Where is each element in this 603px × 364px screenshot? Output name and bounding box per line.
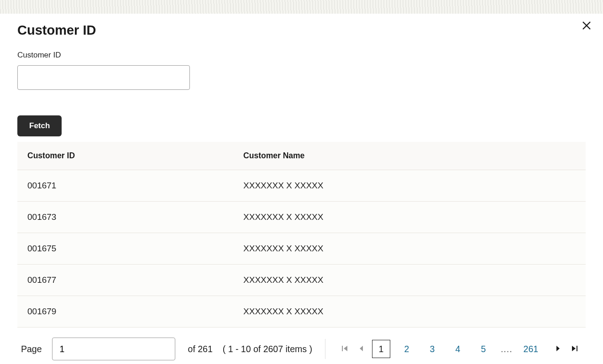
cell-customer-name: XXXXXXX X XXXXX bbox=[233, 265, 586, 296]
cell-customer-id: 001675 bbox=[17, 233, 233, 265]
page-range-text: ( 1 - 10 of 2607 items ) bbox=[223, 344, 312, 354]
page-link[interactable]: 3 bbox=[423, 340, 441, 358]
table-row[interactable]: 001677 XXXXXXX X XXXXX bbox=[17, 265, 586, 296]
cell-customer-id: 001673 bbox=[17, 202, 233, 233]
page-title: Customer ID bbox=[17, 23, 586, 38]
pagination-bar: Page of 261 ( 1 - 10 of 2607 items ) 1 2… bbox=[17, 328, 586, 360]
top-texture bbox=[0, 0, 603, 14]
page-of-text: of 261 bbox=[188, 344, 213, 354]
cell-customer-id: 001671 bbox=[17, 170, 233, 202]
customer-id-input[interactable] bbox=[17, 65, 190, 90]
cell-customer-id: 001677 bbox=[17, 265, 233, 296]
cell-customer-name: XXXXXXX X XXXXX bbox=[233, 233, 586, 265]
svg-marker-3 bbox=[344, 346, 347, 351]
cell-customer-id: 001679 bbox=[17, 296, 233, 328]
close-button[interactable] bbox=[579, 18, 594, 33]
col-header-customer-name: Customer Name bbox=[233, 142, 586, 170]
svg-marker-6 bbox=[572, 346, 576, 351]
first-page-icon bbox=[341, 345, 348, 354]
last-page-icon bbox=[571, 345, 578, 354]
cell-customer-name: XXXXXXX X XXXXX bbox=[233, 296, 586, 328]
svg-rect-2 bbox=[342, 346, 343, 351]
cell-customer-name: XXXXXXX X XXXXX bbox=[233, 170, 586, 202]
cell-customer-name: XXXXXXX X XXXXX bbox=[233, 202, 586, 233]
page-link[interactable]: 5 bbox=[474, 340, 493, 358]
fetch-button[interactable]: Fetch bbox=[17, 115, 62, 136]
first-page-button[interactable] bbox=[337, 342, 352, 356]
page-link[interactable]: 2 bbox=[398, 340, 416, 358]
customer-id-label: Customer ID bbox=[17, 51, 586, 60]
close-icon bbox=[581, 20, 592, 31]
svg-marker-5 bbox=[556, 346, 560, 351]
results-table: Customer ID Customer Name 001671 XXXXXXX… bbox=[17, 142, 586, 328]
svg-marker-4 bbox=[360, 346, 363, 351]
col-header-customer-id: Customer ID bbox=[17, 142, 233, 170]
svg-rect-7 bbox=[577, 346, 577, 351]
last-page-button[interactable] bbox=[567, 342, 582, 356]
prev-page-button[interactable] bbox=[355, 343, 368, 356]
page-ellipsis: .... bbox=[501, 344, 513, 354]
page-last-link[interactable]: 261 bbox=[524, 344, 539, 354]
divider bbox=[325, 339, 325, 359]
chevron-left-icon bbox=[358, 345, 365, 353]
page-link[interactable]: 4 bbox=[449, 340, 467, 358]
next-page-button[interactable] bbox=[551, 343, 565, 356]
page-current[interactable]: 1 bbox=[372, 340, 390, 358]
table-row[interactable]: 001671 XXXXXXX X XXXXX bbox=[17, 170, 586, 202]
page-number-input[interactable] bbox=[52, 338, 175, 360]
table-row[interactable]: 001675 XXXXXXX X XXXXX bbox=[17, 233, 586, 265]
table-row[interactable]: 001673 XXXXXXX X XXXXX bbox=[17, 202, 586, 233]
chevron-right-icon bbox=[555, 345, 561, 353]
page-label: Page bbox=[21, 344, 42, 354]
table-row[interactable]: 001679 XXXXXXX X XXXXX bbox=[17, 296, 586, 328]
